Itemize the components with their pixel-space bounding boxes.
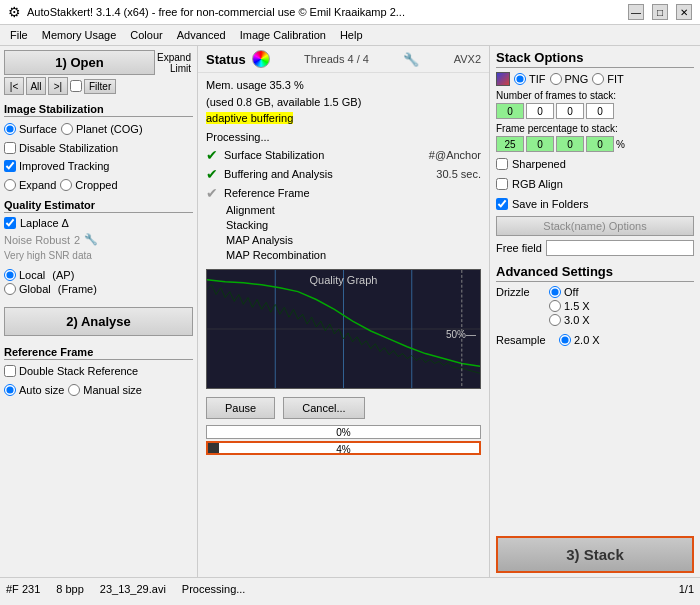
check-label-1: Buffering and Analysis bbox=[224, 168, 333, 180]
drizzle-15x-radio[interactable] bbox=[549, 300, 561, 312]
cancel-button[interactable]: Cancel... bbox=[283, 397, 364, 419]
status-footer: #F 231 8 bpp 23_13_29.avi Processing... … bbox=[0, 577, 700, 599]
free-field-input[interactable] bbox=[546, 240, 694, 256]
middle-panel: Status Threads 4 / 4 🔧 AVX2 Mem. usage 3… bbox=[198, 46, 490, 577]
checklist: ✔ Surface Stabilization #@Anchor ✔ Buffe… bbox=[198, 143, 489, 265]
menu-help[interactable]: Help bbox=[334, 27, 369, 43]
filename-text: 23_13_29.avi bbox=[100, 583, 166, 595]
drizzle-30x-radio[interactable] bbox=[549, 314, 561, 326]
nav-prev-button[interactable]: |< bbox=[4, 77, 24, 95]
png-radio[interactable] bbox=[550, 73, 562, 85]
rgb-align-checkbox[interactable] bbox=[496, 178, 508, 190]
pct-input-0[interactable] bbox=[496, 136, 524, 152]
sharpened-checkbox[interactable] bbox=[496, 158, 508, 170]
footer-status-text: Processing... bbox=[182, 583, 246, 595]
nav-next-button[interactable]: >| bbox=[48, 77, 68, 95]
frames-input-1[interactable] bbox=[526, 103, 554, 119]
improved-tracking-checkbox[interactable] bbox=[4, 160, 16, 172]
menu-file[interactable]: File bbox=[4, 27, 34, 43]
fit-radio[interactable] bbox=[592, 73, 604, 85]
stack-options-button[interactable]: Stack(name) Options bbox=[496, 216, 694, 236]
reference-frame-header: Reference Frame bbox=[4, 346, 193, 360]
color-wheel-icon bbox=[252, 50, 270, 68]
pct-label: Frame percentage to stack: bbox=[496, 123, 694, 134]
title-bar: ⚙ AutoStakkert! 3.1.4 (x64) - free for n… bbox=[0, 0, 700, 25]
processing-text: Processing... bbox=[206, 131, 489, 143]
double-stack-checkbox[interactable] bbox=[4, 365, 16, 377]
menu-calibration[interactable]: Image Calibration bbox=[234, 27, 332, 43]
drizzle-off-radio[interactable] bbox=[549, 286, 561, 298]
filter-button[interactable]: Filter bbox=[84, 79, 116, 94]
check-icon-1: ✔ bbox=[206, 166, 218, 182]
pct-input-3[interactable] bbox=[586, 136, 614, 152]
surface-radio[interactable] bbox=[4, 123, 16, 135]
tif-radio[interactable] bbox=[514, 73, 526, 85]
check-value-1: 30.5 sec. bbox=[436, 168, 481, 180]
nav-all-button[interactable]: All bbox=[26, 77, 46, 95]
check-label-4: Stacking bbox=[226, 219, 268, 231]
checklist-item-5: MAP Analysis bbox=[206, 234, 481, 246]
avx2-text: AVX2 bbox=[454, 53, 481, 65]
pct-input-2[interactable] bbox=[556, 136, 584, 152]
checklist-item-2: ✔ Reference Frame bbox=[206, 185, 481, 201]
progress-text-2: 4% bbox=[336, 443, 350, 457]
frames-input-0[interactable] bbox=[496, 103, 524, 119]
save-folders-label: Save in Folders bbox=[512, 198, 588, 210]
cropped-radio[interactable] bbox=[60, 179, 72, 191]
progress-bar-1: 0% bbox=[206, 425, 481, 439]
limit-label: Limit bbox=[170, 63, 191, 74]
resample-label: Resample bbox=[496, 334, 551, 346]
progress-bar-2: 4% bbox=[206, 441, 481, 455]
check-label-3: Alignment bbox=[226, 204, 275, 216]
frames-input-2[interactable] bbox=[556, 103, 584, 119]
checklist-item-6: MAP Recombination bbox=[206, 249, 481, 261]
pause-button[interactable]: Pause bbox=[206, 397, 275, 419]
global-radio[interactable] bbox=[4, 283, 16, 295]
progress-section: 0% 4% bbox=[198, 423, 489, 459]
planet-radio[interactable] bbox=[61, 123, 73, 135]
checklist-item-4: Stacking bbox=[206, 219, 481, 231]
drizzle-label: Drizzle bbox=[496, 286, 541, 298]
pct-input-1[interactable] bbox=[526, 136, 554, 152]
menu-bar: File Memory Usage Colour Advanced Image … bbox=[0, 25, 700, 46]
frames-label: Number of frames to stack: bbox=[496, 90, 694, 101]
memory-info: Mem. usage 35.3 % (used 0.8 GB, availabl… bbox=[198, 73, 489, 131]
frames-input-3[interactable] bbox=[586, 103, 614, 119]
autosize-radio[interactable] bbox=[4, 384, 16, 396]
resample-20x-radio[interactable] bbox=[559, 334, 571, 346]
check-label-0: Surface Stabilization bbox=[224, 149, 324, 161]
page-num-text: 1/1 bbox=[679, 583, 694, 595]
stack-button[interactable]: 3) Stack bbox=[496, 536, 694, 573]
app-icon: ⚙ bbox=[8, 4, 21, 20]
frame-num-text: #F 231 bbox=[6, 583, 40, 595]
expand-radio[interactable] bbox=[4, 179, 16, 191]
advanced-settings-header: Advanced Settings bbox=[496, 264, 694, 282]
progress-text-1: 0% bbox=[336, 426, 350, 440]
check-value-0: #@Anchor bbox=[429, 149, 481, 161]
close-button[interactable]: ✕ bbox=[676, 4, 692, 20]
progress-fill-2 bbox=[208, 443, 219, 453]
manualsize-radio[interactable] bbox=[68, 384, 80, 396]
graph-50-label: 50%— bbox=[446, 329, 476, 340]
menu-memory[interactable]: Memory Usage bbox=[36, 27, 123, 43]
maximize-button[interactable]: □ bbox=[652, 4, 668, 20]
local-radio[interactable] bbox=[4, 269, 16, 281]
open-button[interactable]: 1) Open bbox=[4, 50, 155, 75]
adaptive-buffering-text: adaptive buffering bbox=[206, 112, 293, 124]
save-folders-checkbox[interactable] bbox=[496, 198, 508, 210]
filter-checkbox[interactable] bbox=[70, 80, 82, 92]
mem-usage-text: Mem. usage 35.3 % bbox=[206, 77, 481, 94]
image-stabilization-header: Image Stabilization bbox=[4, 103, 193, 117]
menu-colour[interactable]: Colour bbox=[124, 27, 168, 43]
graph-svg bbox=[207, 270, 480, 388]
left-panel: 1) Open Expand Limit |< All >| Filter Im… bbox=[0, 46, 198, 577]
minimize-button[interactable]: — bbox=[628, 4, 644, 20]
wrench-icon: 🔧 bbox=[84, 233, 98, 246]
analyse-button[interactable]: 2) Analyse bbox=[4, 307, 193, 336]
graph-title: Quality Graph bbox=[310, 274, 378, 286]
free-field-label: Free field bbox=[496, 242, 542, 254]
pct-symbol: % bbox=[616, 139, 625, 150]
disable-stab-checkbox[interactable] bbox=[4, 142, 16, 154]
menu-advanced[interactable]: Advanced bbox=[171, 27, 232, 43]
laplace-checkbox[interactable] bbox=[4, 217, 16, 229]
